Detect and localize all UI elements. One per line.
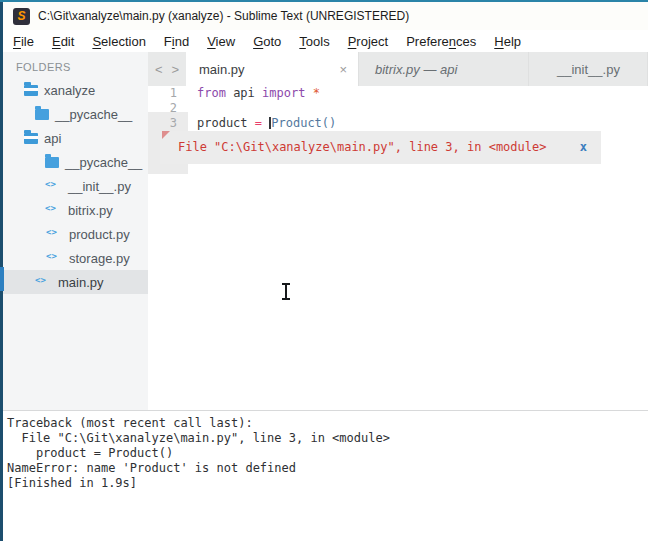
sublime-text-logo-icon: S: [13, 8, 30, 25]
title-bar[interactable]: S C:\Git\xanalyze\main.py (xanalyze) - S…: [3, 2, 648, 30]
menu-preferences[interactable]: Preferences: [397, 33, 485, 50]
tab-label: __init__.py: [557, 62, 620, 77]
tab-main-py[interactable]: main.py ×: [186, 52, 358, 86]
sidebar-item-label: api: [44, 131, 61, 146]
menu-project[interactable]: Project: [339, 33, 397, 50]
code-token: [262, 116, 269, 130]
sidebar-item-xanalyze[interactable]: xanalyze: [3, 78, 148, 102]
code-token: Product(): [271, 116, 336, 130]
tab-history-nav: < >: [148, 52, 186, 86]
sidebar-item-label: main.py: [58, 275, 104, 290]
code-token: product: [197, 116, 255, 130]
menu-bar: File Edit Selection Find View Goto Tools…: [3, 30, 648, 52]
tab-close-icon[interactable]: ×: [339, 62, 347, 77]
code-token: import: [262, 86, 305, 100]
code-token: [305, 86, 312, 100]
sidebar-item-label: __pycache__: [55, 107, 132, 122]
sidebar-item-bitrix-py[interactable]: bitrix.py: [3, 198, 148, 222]
sidebar-item-label: storage.py: [69, 251, 130, 266]
sidebar-item-product-py[interactable]: product.py: [3, 222, 148, 246]
folder-icon: [35, 109, 49, 120]
ibeam-stem: [285, 284, 287, 299]
sidebar-item-label: product.py: [69, 227, 130, 242]
menu-view[interactable]: View: [198, 33, 244, 50]
code-token: from: [197, 86, 226, 100]
sidebar-item-label: bitrix.py: [68, 203, 113, 218]
sidebar-item-label: __init__.py: [68, 179, 131, 194]
code-token: *: [313, 86, 320, 100]
build-error-phantom: File "C:\Git\xanalyze\main.py", line 3, …: [160, 131, 601, 164]
code-line-3: product = Product(): [197, 116, 336, 131]
code-file-icon: [45, 180, 62, 192]
sidebar-folders-panel: FOLDERS xanalyze __pycache__ api __pycac…: [3, 52, 148, 410]
menu-help[interactable]: Help: [485, 33, 530, 50]
sidebar-item-label: xanalyze: [44, 83, 95, 98]
menu-edit[interactable]: Edit: [43, 33, 83, 50]
code-file-icon: [35, 276, 52, 288]
menu-goto[interactable]: Goto: [244, 33, 290, 50]
tab-label: main.py: [199, 62, 245, 77]
tab-label: bitrix.py — api: [375, 62, 457, 77]
menu-find[interactable]: Find: [155, 33, 198, 50]
folder-open-icon: [24, 85, 38, 96]
sidebar-item-init-py[interactable]: __init__.py: [3, 174, 148, 198]
code-file-icon: [46, 252, 63, 264]
folders-header: FOLDERS: [3, 52, 148, 78]
error-marker-icon: [162, 131, 170, 139]
code-file-icon: [45, 204, 62, 216]
line-number: 2: [148, 101, 185, 116]
phantom-close-icon[interactable]: x: [580, 131, 587, 164]
error-message: File "C:\Git\xanalyze\main.py", line 3, …: [178, 131, 546, 164]
line-number: 1: [148, 86, 185, 101]
sidebar-item-pycache-1[interactable]: __pycache__: [3, 102, 148, 126]
history-back-icon[interactable]: <: [155, 62, 163, 77]
mouse-ibeam-cursor: [281, 283, 291, 300]
tab-bitrix-py[interactable]: bitrix.py — api: [358, 52, 528, 86]
console-line: product = Product(): [7, 446, 648, 461]
code-line-1: from api import *: [197, 86, 336, 101]
sidebar-item-main-py[interactable]: main.py: [3, 270, 148, 294]
window-border-top: [0, 0, 648, 2]
sidebar-item-pycache-2[interactable]: __pycache__: [3, 150, 148, 174]
console-line: NameError: name 'Product' is not defined: [7, 461, 648, 476]
folder-open-icon: [24, 133, 38, 144]
console-line: File "C:\Git\xanalyze\main.py", line 3, …: [7, 431, 648, 446]
code-token: api: [226, 86, 262, 100]
window-title: C:\Git\xanalyze\main.py (xanalyze) - Sub…: [38, 9, 409, 23]
code-editor[interactable]: 1 2 3 from api import * product = Produc…: [148, 86, 648, 410]
sidebar-item-api[interactable]: api: [3, 126, 148, 150]
build-output-panel[interactable]: Traceback (most recent call last): File …: [3, 410, 648, 541]
code-text: from api import * product = Product(): [197, 86, 336, 131]
sidebar-item-storage-py[interactable]: storage.py: [3, 246, 148, 270]
tab-bar: < > main.py × bitrix.py — api __init__.p…: [148, 52, 648, 86]
tab-init-py[interactable]: __init__.py: [528, 52, 648, 86]
code-line-2: [197, 101, 336, 116]
code-file-icon: [46, 228, 63, 240]
history-forward-icon[interactable]: >: [172, 62, 180, 77]
folder-icon: [45, 157, 59, 168]
menu-tools[interactable]: Tools: [290, 33, 338, 50]
sidebar-item-label: __pycache__: [65, 155, 142, 170]
menu-selection[interactable]: Selection: [83, 33, 154, 50]
line-number-gutter[interactable]: 1 2 3: [148, 86, 185, 131]
line-number: 3: [148, 116, 185, 131]
menu-file[interactable]: File: [4, 33, 43, 50]
selected-item-accent-bar: [0, 267, 4, 291]
console-line: Traceback (most recent call last):: [7, 416, 648, 431]
console-line: [Finished in 1.9s]: [7, 476, 648, 491]
code-token: =: [255, 116, 262, 130]
